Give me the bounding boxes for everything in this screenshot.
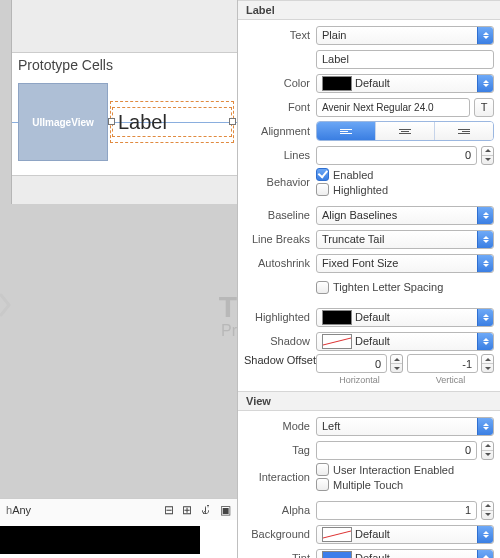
multiple-touch-checkbox[interactable]: Multiple Touch (316, 478, 403, 491)
view-section-header: View (238, 391, 500, 411)
align-right-segment[interactable] (434, 122, 493, 140)
background-row-label: Background (244, 528, 316, 540)
tighten-spacing-checkbox[interactable]: Tighten Letter Spacing (316, 281, 443, 294)
resizing-tool-icon[interactable]: ▣ (220, 503, 231, 517)
linebreaks-popup[interactable]: Truncate Tail (316, 230, 494, 249)
interaction-row-label: Interaction (244, 471, 316, 483)
debug-bar (0, 520, 237, 558)
behavior-row-label: Behavior (244, 176, 316, 188)
font-picker-button[interactable]: T (474, 98, 494, 117)
autoshrink-popup[interactable]: Fixed Font Size (316, 254, 494, 273)
highlighted-row-label: Highlighted (244, 311, 316, 323)
text-value-field[interactable]: Label (316, 50, 494, 69)
outline-toggle-arrow[interactable] (0, 292, 12, 318)
text-row-label: Text (244, 29, 316, 41)
lines-row-label: Lines (244, 149, 316, 161)
align-center-segment[interactable] (375, 122, 434, 140)
no-color-swatch-icon (322, 527, 352, 542)
color-swatch-icon (322, 310, 352, 325)
tag-stepper[interactable] (481, 441, 494, 460)
shadowoffset-v-field[interactable]: -1 (407, 354, 478, 373)
canvas-bottom-bar: hAny ⊟ ⊞ ⫝̸ ▣ (0, 498, 237, 520)
shadow-row-label: Shadow (244, 335, 316, 347)
content-mode-popup[interactable]: Left (316, 417, 494, 436)
text-type-popup[interactable]: Plain (316, 26, 494, 45)
tag-field[interactable]: 0 (316, 441, 477, 460)
alpha-field[interactable]: 1 (316, 501, 477, 520)
lines-stepper[interactable] (481, 146, 494, 165)
user-interaction-checkbox[interactable]: User Interaction Enabled (316, 463, 454, 476)
resolve-issues-icon[interactable]: ⫝̸ (200, 503, 212, 517)
tableview-canvas[interactable]: Prototype Cells UIImageView Label (11, 0, 237, 204)
font-row-label: Font (244, 101, 316, 113)
resize-handle-left[interactable] (108, 118, 115, 125)
shadowoffset-h-stepper[interactable] (390, 354, 403, 373)
tint-color-popup[interactable]: Default (316, 549, 494, 559)
shadowoffset-v-caption: Vertical (436, 375, 466, 385)
selected-uilabel[interactable]: Label (112, 107, 232, 137)
highlighted-color-popup[interactable]: Default (316, 308, 494, 327)
label-section-header: Label (238, 0, 500, 20)
alignment-row-label: Alignment (244, 125, 316, 137)
shadowoffset-row-label: Shadow Offset (244, 354, 316, 366)
color-swatch-icon (322, 76, 352, 91)
color-row-label: Color (244, 77, 316, 89)
no-color-swatch-icon (322, 334, 352, 349)
align-tool-icon[interactable]: ⊟ (164, 503, 174, 517)
uilabel-text: Label (118, 111, 167, 134)
tag-row-label: Tag (244, 444, 316, 456)
font-display-field[interactable]: Avenir Next Regular 24.0 (316, 98, 470, 117)
shadowoffset-h-caption: Horizontal (339, 375, 380, 385)
mode-row-label: Mode (244, 420, 316, 432)
shadow-color-popup[interactable]: Default (316, 332, 494, 351)
resize-handle-right[interactable] (229, 118, 236, 125)
uiimageview-placeholder[interactable]: UIImageView (18, 83, 108, 161)
lines-field[interactable]: 0 (316, 146, 477, 165)
autoshrink-row-label: Autoshrink (244, 257, 316, 269)
prototype-cell[interactable]: UIImageView Label (12, 79, 237, 169)
tint-row-label: Tint (244, 552, 316, 558)
alpha-stepper[interactable] (481, 501, 494, 520)
shadowoffset-v-stepper[interactable] (481, 354, 494, 373)
prototype-cells-section: Prototype Cells UIImageView Label (12, 52, 237, 176)
color-swatch-icon (322, 551, 352, 559)
shadowoffset-h-field[interactable]: 0 (316, 354, 387, 373)
background-color-popup[interactable]: Default (316, 525, 494, 544)
text-color-popup[interactable]: Default (316, 74, 494, 93)
align-left-segment[interactable] (317, 122, 375, 140)
alpha-row-label: Alpha (244, 504, 316, 516)
linebreaks-row-label: Line Breaks (244, 233, 316, 245)
size-class-indicator[interactable]: hAny (6, 504, 31, 516)
ib-canvas-pane: Prototype Cells UIImageView Label T Pr h… (0, 0, 237, 558)
attributes-inspector: + Label Text Plain Label Color Default F… (237, 0, 500, 558)
baseline-popup[interactable]: Align Baselines (316, 206, 494, 225)
behavior-enabled-checkbox[interactable]: Enabled (316, 168, 373, 181)
baseline-row-label: Baseline (244, 209, 316, 221)
background-watermark: T Pr (219, 292, 237, 340)
pin-tool-icon[interactable]: ⊞ (182, 503, 192, 517)
alignment-segmented[interactable] (316, 121, 494, 141)
behavior-highlighted-checkbox[interactable]: Highlighted (316, 183, 388, 196)
prototype-cells-title: Prototype Cells (12, 53, 237, 79)
